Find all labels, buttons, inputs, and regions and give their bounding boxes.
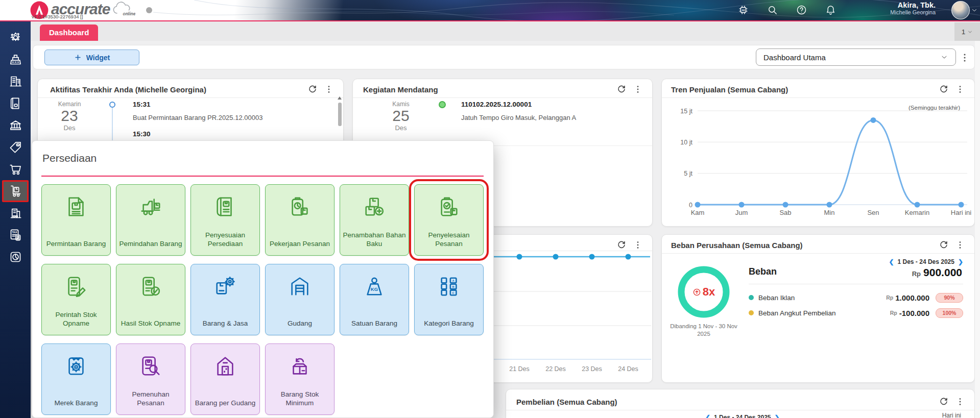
refresh-icon[interactable] bbox=[616, 240, 627, 250]
sidebar-item-bank[interactable] bbox=[2, 114, 29, 136]
sidebar-item-price-tag[interactable]: Rp bbox=[2, 136, 29, 158]
menu-tile-pemenuhan-pesanan[interactable]: Pemenuhan Pesanan bbox=[116, 343, 185, 415]
sidebar-item-report-pie[interactable] bbox=[2, 246, 29, 268]
hand-truck-icon bbox=[9, 184, 22, 198]
data-point bbox=[695, 202, 701, 208]
divider bbox=[506, 410, 974, 410]
data-point bbox=[589, 254, 595, 260]
sidebar-item-tax-document[interactable]: TAX bbox=[2, 224, 29, 246]
sidebar-item-ledger-book[interactable] bbox=[2, 92, 29, 114]
expense-row[interactable]: Beban Angkut PembelianRp-100.000100% bbox=[749, 305, 963, 321]
kebab-menu-icon[interactable] bbox=[959, 52, 970, 63]
currency-label: Rp bbox=[890, 310, 897, 316]
menu-tile-satuan-barang[interactable]: KGSatuan Barang bbox=[340, 264, 409, 335]
kebab-menu-icon[interactable] bbox=[633, 240, 643, 250]
menu-tile-penyelesaian-pesanan[interactable]: Penyelesaian Pesanan bbox=[414, 184, 484, 256]
card-title: Aktifitas Terakhir Anda (Michelle Georgi… bbox=[50, 85, 206, 94]
x-tick-label: 24 Des bbox=[618, 365, 638, 373]
sidebar-item-cart[interactable] bbox=[2, 158, 29, 180]
sales-line bbox=[698, 120, 961, 205]
widget-toolbar: Widget Dashboard Utama bbox=[33, 45, 975, 69]
doc-box-icon bbox=[64, 195, 88, 218]
card-actions bbox=[616, 84, 643, 94]
tab-dashboard[interactable]: Dashboard bbox=[40, 24, 98, 41]
menu-tile-gudang[interactable]: Gudang bbox=[265, 264, 334, 335]
app-window: accurate online v1.0.1#3530-2276934 [] A… bbox=[0, 0, 980, 418]
currency-label: Rp bbox=[886, 294, 893, 301]
sidebar-item-hand-truck[interactable] bbox=[2, 180, 29, 202]
kebab-menu-icon[interactable] bbox=[955, 240, 965, 250]
scrollbar-thumb[interactable] bbox=[338, 103, 342, 126]
refresh-icon[interactable] bbox=[616, 84, 627, 94]
help-icon[interactable] bbox=[796, 4, 807, 16]
expense-row[interactable]: Beban IklanRp1.000.00090% bbox=[749, 290, 963, 305]
refresh-icon[interactable] bbox=[939, 397, 949, 407]
bell-icon[interactable] bbox=[825, 4, 836, 16]
timeline-line bbox=[112, 108, 113, 141]
menu-tile-label: Penyelesaian Pesanan bbox=[417, 231, 481, 248]
event-reference[interactable]: 110102.2025.12.00001 bbox=[461, 101, 532, 108]
menu-tile-label: Barang & Jasa bbox=[193, 319, 257, 328]
refresh-icon[interactable] bbox=[939, 84, 949, 94]
menu-tile-barang-per-gudang[interactable]: Barang per Gudang bbox=[190, 343, 260, 415]
activity-text[interactable]: Buat Permintaan Barang PR.2025.12.00003 bbox=[133, 114, 262, 121]
expense-total-label: Beban bbox=[749, 266, 777, 277]
sales-trend-chart: 05 jt10 jt15 jtKamJumSabMinSenKemarinHar… bbox=[662, 100, 975, 225]
menu-tile-pekerjaan-pesanan[interactable]: Pekerjaan Pesanan bbox=[265, 184, 334, 256]
chevron-down-icon[interactable] bbox=[971, 7, 978, 14]
refresh-icon[interactable] bbox=[939, 240, 949, 250]
svg-text:Rp: Rp bbox=[17, 144, 19, 146]
arrow-up-circle-icon bbox=[692, 288, 701, 297]
kebab-menu-icon[interactable] bbox=[955, 84, 965, 94]
menu-tile-permintaan-barang[interactable]: Permintaan Barang bbox=[41, 184, 111, 256]
menu-tile-merek-barang[interactable]: Merek Barang bbox=[41, 343, 111, 415]
sidebar-item-building-vehicle[interactable] bbox=[2, 202, 29, 224]
kebab-menu-icon[interactable] bbox=[633, 84, 643, 94]
sidebar-item-cash-register[interactable] bbox=[2, 48, 29, 70]
timeline-dot bbox=[439, 101, 446, 108]
menu-tile-label: Merek Barang bbox=[44, 399, 108, 407]
kebab-menu-icon[interactable] bbox=[324, 84, 334, 94]
menu-tile-barang-jasa[interactable]: Barang & Jasa bbox=[190, 264, 260, 335]
currency-label: Rp bbox=[912, 270, 921, 278]
kebab-menu-icon[interactable] bbox=[955, 397, 965, 407]
period-navigator: ❮ 1 Des - 24 Des 2025 ❯ bbox=[889, 258, 963, 265]
svg-text:AI: AI bbox=[742, 9, 745, 12]
timeline-dot bbox=[109, 102, 115, 108]
chevron-down-icon bbox=[940, 53, 948, 61]
ai-icon[interactable]: AI bbox=[737, 4, 749, 16]
chevron-left-icon[interactable]: ❮ bbox=[705, 414, 710, 418]
sidebar-item-gear[interactable] bbox=[2, 27, 29, 48]
card-sales-trend: Tren Penjualan (Semua Cabang) (Seminggu … bbox=[661, 79, 975, 227]
menu-tile-barang-stok-minimum[interactable]: Barang Stok Minimum bbox=[265, 343, 334, 415]
data-point bbox=[783, 202, 788, 208]
refresh-icon[interactable] bbox=[307, 84, 318, 94]
x-tick-label: Sen bbox=[867, 209, 879, 216]
search-icon[interactable] bbox=[767, 4, 778, 16]
sidebar-item-company-building[interactable] bbox=[2, 70, 29, 92]
forklift-icon bbox=[139, 195, 162, 218]
legend-dot bbox=[749, 310, 754, 315]
chevron-right-icon[interactable]: ❯ bbox=[774, 414, 779, 418]
menu-tile-hasil-stok-opname[interactable]: Hasil Stok Opname bbox=[116, 264, 185, 335]
page-indicator[interactable]: 1 bbox=[954, 22, 980, 41]
menu-tile-penyesuaian-persediaan[interactable]: Penyesuaian Persediaan bbox=[190, 184, 260, 256]
add-widget-button[interactable]: Widget bbox=[44, 50, 139, 65]
dashboard-select[interactable]: Dashboard Utama bbox=[756, 48, 956, 66]
data-point bbox=[517, 254, 522, 260]
divider bbox=[38, 97, 343, 98]
add-widget-label: Widget bbox=[86, 54, 110, 62]
card-title: Tren Penjualan (Semua Cabang) bbox=[671, 85, 788, 94]
avatar[interactable] bbox=[951, 1, 970, 19]
user-menu[interactable]: Akira, Tbk. Michelle Georgina bbox=[890, 1, 936, 15]
chevron-right-icon[interactable]: ❯ bbox=[958, 258, 963, 265]
menu-tile-kategori-barang[interactable]: ABCKategori Barang bbox=[414, 264, 484, 335]
page-scrollbar[interactable] bbox=[975, 41, 980, 418]
menu-tile-perintah-stok-opname[interactable]: Perintah Stok Opname bbox=[41, 264, 111, 335]
menu-tile-pemindahan-barang[interactable]: Pemindahan Barang bbox=[116, 184, 185, 256]
brand-sub: online bbox=[123, 11, 136, 16]
menu-tile-penambahan-bahan-baku[interactable]: Penambahan Bahan Baku bbox=[340, 184, 409, 256]
chevron-left-icon[interactable]: ❮ bbox=[889, 258, 894, 265]
header-actions: AI bbox=[737, 4, 836, 16]
scroll-up-arrow[interactable] bbox=[338, 96, 342, 100]
